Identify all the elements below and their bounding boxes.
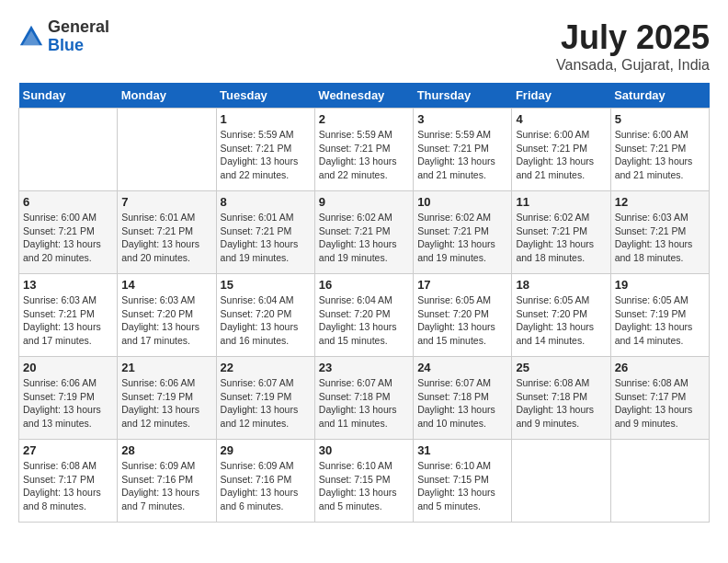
calendar-day-cell: 14Sunrise: 6:03 AMSunset: 7:20 PMDayligh… (118, 274, 216, 357)
day-of-week-header: Saturday (610, 83, 709, 109)
calendar-day-cell: 26Sunrise: 6:08 AMSunset: 7:17 PMDayligh… (610, 357, 709, 440)
day-number: 22 (221, 361, 311, 374)
calendar-day-cell: 22Sunrise: 6:07 AMSunset: 7:19 PMDayligh… (216, 357, 314, 440)
day-info: Sunrise: 6:00 AMSunset: 7:21 PMDaylight:… (615, 128, 705, 182)
calendar-table: SundayMondayTuesdayWednesdayThursdayFrid… (18, 83, 710, 523)
day-info: Sunrise: 6:03 AMSunset: 7:21 PMDaylight:… (615, 211, 705, 265)
calendar-week-row: 1Sunrise: 5:59 AMSunset: 7:21 PMDaylight… (19, 109, 710, 191)
day-number: 16 (319, 278, 409, 292)
day-number: 18 (516, 278, 606, 292)
day-number: 8 (221, 195, 311, 209)
title-block: July 2025 Vansada, Gujarat, India (556, 18, 710, 74)
day-number: 9 (319, 195, 409, 209)
day-info: Sunrise: 6:03 AMSunset: 7:21 PMDaylight:… (23, 293, 113, 348)
day-info: Sunrise: 6:05 AMSunset: 7:20 PMDaylight:… (417, 293, 507, 348)
logo-blue: Blue (48, 36, 84, 54)
day-info: Sunrise: 6:05 AMSunset: 7:20 PMDaylight:… (516, 293, 606, 348)
day-number: 21 (121, 361, 211, 374)
calendar-day-cell: 29Sunrise: 6:09 AMSunset: 7:16 PMDayligh… (216, 440, 314, 523)
day-of-week-header: Sunday (19, 83, 118, 109)
day-number: 31 (417, 443, 507, 457)
day-info: Sunrise: 6:09 AMSunset: 7:16 PMDaylight:… (121, 459, 211, 513)
day-info: Sunrise: 6:01 AMSunset: 7:21 PMDaylight:… (221, 211, 311, 265)
calendar-day-cell: 17Sunrise: 6:05 AMSunset: 7:20 PMDayligh… (414, 274, 512, 357)
day-number: 12 (615, 195, 705, 209)
day-number: 13 (23, 278, 113, 292)
calendar-day-cell: 23Sunrise: 6:07 AMSunset: 7:18 PMDayligh… (314, 357, 413, 440)
day-info: Sunrise: 6:07 AMSunset: 7:19 PMDaylight:… (221, 376, 311, 431)
calendar-day-cell: 3Sunrise: 5:59 AMSunset: 7:21 PMDaylight… (414, 109, 512, 191)
location: Vansada, Gujarat, India (556, 57, 710, 74)
day-info: Sunrise: 6:07 AMSunset: 7:18 PMDaylight:… (319, 376, 409, 431)
day-of-week-header: Wednesday (314, 83, 413, 109)
calendar-day-cell: 9Sunrise: 6:02 AMSunset: 7:21 PMDaylight… (314, 191, 413, 274)
day-number: 26 (615, 361, 705, 374)
calendar-day-cell: 30Sunrise: 6:10 AMSunset: 7:15 PMDayligh… (314, 440, 413, 523)
day-info: Sunrise: 6:02 AMSunset: 7:21 PMDaylight:… (516, 211, 606, 265)
calendar-day-cell: 10Sunrise: 6:02 AMSunset: 7:21 PMDayligh… (414, 191, 512, 274)
calendar-day-cell: 25Sunrise: 6:08 AMSunset: 7:18 PMDayligh… (512, 357, 610, 440)
calendar-day-cell: 31Sunrise: 6:10 AMSunset: 7:15 PMDayligh… (414, 440, 512, 523)
calendar-week-row: 6Sunrise: 6:00 AMSunset: 7:21 PMDaylight… (19, 191, 710, 274)
calendar-body: 1Sunrise: 5:59 AMSunset: 7:21 PMDaylight… (19, 109, 710, 523)
day-info: Sunrise: 6:03 AMSunset: 7:20 PMDaylight:… (121, 293, 211, 348)
calendar-day-cell (512, 440, 610, 523)
day-info: Sunrise: 6:01 AMSunset: 7:21 PMDaylight:… (121, 211, 211, 265)
day-of-week-header: Monday (118, 83, 216, 109)
calendar-day-cell (118, 109, 216, 191)
day-info: Sunrise: 5:59 AMSunset: 7:21 PMDaylight:… (319, 128, 409, 182)
calendar-day-cell (19, 109, 118, 191)
day-number: 25 (516, 361, 606, 374)
calendar-day-cell: 2Sunrise: 5:59 AMSunset: 7:21 PMDaylight… (314, 109, 413, 191)
calendar-day-cell: 21Sunrise: 6:06 AMSunset: 7:19 PMDayligh… (118, 357, 216, 440)
day-number: 17 (417, 278, 507, 292)
day-info: Sunrise: 6:02 AMSunset: 7:21 PMDaylight:… (417, 211, 507, 265)
day-of-week-header: Tuesday (216, 83, 314, 109)
day-of-week-header: Friday (512, 83, 610, 109)
day-number: 7 (121, 195, 211, 209)
calendar-day-cell: 28Sunrise: 6:09 AMSunset: 7:16 PMDayligh… (118, 440, 216, 523)
day-info: Sunrise: 5:59 AMSunset: 7:21 PMDaylight:… (417, 128, 507, 182)
logo-icon (18, 24, 44, 50)
calendar-day-cell: 11Sunrise: 6:02 AMSunset: 7:21 PMDayligh… (512, 191, 610, 274)
day-info: Sunrise: 6:08 AMSunset: 7:18 PMDaylight:… (516, 376, 606, 431)
page-header: General Blue July 2025 Vansada, Gujarat,… (18, 18, 710, 74)
calendar-day-cell: 6Sunrise: 6:00 AMSunset: 7:21 PMDaylight… (19, 191, 118, 274)
calendar-day-cell: 24Sunrise: 6:07 AMSunset: 7:18 PMDayligh… (414, 357, 512, 440)
calendar-day-cell: 12Sunrise: 6:03 AMSunset: 7:21 PMDayligh… (610, 191, 709, 274)
day-number: 23 (319, 361, 409, 374)
calendar-day-cell: 13Sunrise: 6:03 AMSunset: 7:21 PMDayligh… (19, 274, 118, 357)
calendar-week-row: 20Sunrise: 6:06 AMSunset: 7:19 PMDayligh… (19, 357, 710, 440)
day-number: 5 (615, 112, 705, 126)
day-number: 1 (221, 112, 311, 126)
calendar-day-cell: 16Sunrise: 6:04 AMSunset: 7:20 PMDayligh… (314, 274, 413, 357)
day-info: Sunrise: 6:10 AMSunset: 7:15 PMDaylight:… (319, 459, 409, 513)
day-info: Sunrise: 6:04 AMSunset: 7:20 PMDaylight:… (319, 293, 409, 348)
logo-general: General (48, 17, 109, 36)
day-number: 15 (221, 278, 311, 292)
logo-text: General Blue (48, 18, 109, 55)
calendar-day-cell: 5Sunrise: 6:00 AMSunset: 7:21 PMDaylight… (610, 109, 709, 191)
day-number: 4 (516, 112, 606, 126)
day-info: Sunrise: 6:05 AMSunset: 7:19 PMDaylight:… (615, 293, 705, 348)
day-number: 28 (121, 443, 211, 457)
calendar-day-cell: 7Sunrise: 6:01 AMSunset: 7:21 PMDaylight… (118, 191, 216, 274)
day-number: 20 (23, 361, 113, 374)
calendar-day-cell: 15Sunrise: 6:04 AMSunset: 7:20 PMDayligh… (216, 274, 314, 357)
day-number: 27 (23, 443, 113, 457)
day-info: Sunrise: 6:10 AMSunset: 7:15 PMDaylight:… (417, 459, 507, 513)
calendar-day-cell: 4Sunrise: 6:00 AMSunset: 7:21 PMDaylight… (512, 109, 610, 191)
day-number: 30 (319, 443, 409, 457)
day-info: Sunrise: 6:08 AMSunset: 7:17 PMDaylight:… (615, 376, 705, 431)
calendar-week-row: 13Sunrise: 6:03 AMSunset: 7:21 PMDayligh… (19, 274, 710, 357)
day-info: Sunrise: 6:00 AMSunset: 7:21 PMDaylight:… (516, 128, 606, 182)
day-number: 19 (615, 278, 705, 292)
day-info: Sunrise: 6:06 AMSunset: 7:19 PMDaylight:… (23, 376, 113, 431)
day-number: 14 (121, 278, 211, 292)
day-number: 24 (417, 361, 507, 374)
calendar-header-row: SundayMondayTuesdayWednesdayThursdayFrid… (19, 83, 710, 109)
calendar-day-cell: 1Sunrise: 5:59 AMSunset: 7:21 PMDaylight… (216, 109, 314, 191)
calendar-day-cell: 20Sunrise: 6:06 AMSunset: 7:19 PMDayligh… (19, 357, 118, 440)
day-info: Sunrise: 6:08 AMSunset: 7:17 PMDaylight:… (23, 459, 113, 513)
day-number: 3 (417, 112, 507, 126)
